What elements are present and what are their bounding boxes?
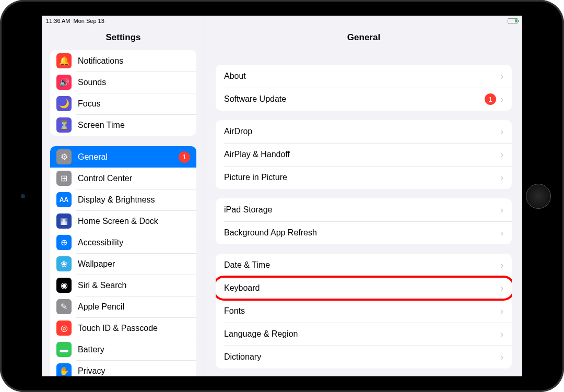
chevron-right-icon: › <box>500 71 503 82</box>
focus-icon: 🌙 <box>56 96 72 111</box>
sidebar-item-home-screen-dock[interactable]: ▦Home Screen & Dock <box>50 210 196 232</box>
camera-dot <box>21 194 25 198</box>
sidebar-item-privacy[interactable]: ✋Privacy <box>50 360 196 376</box>
touch-id-passcode-icon: ◎ <box>56 320 72 336</box>
sidebar-item-label: Apple Pencil <box>78 302 190 312</box>
detail-item-picture-in-picture[interactable]: Picture in Picture› <box>216 166 512 189</box>
sidebar-item-label: Battery <box>78 345 190 354</box>
sidebar-item-display-brightness[interactable]: AADisplay & Brightness <box>50 189 196 210</box>
sidebar-item-focus[interactable]: 🌙Focus <box>50 93 196 114</box>
detail-item-airdrop[interactable]: AirDrop› <box>216 120 512 143</box>
chevron-right-icon: › <box>500 283 503 294</box>
detail-item-label: AirDrop <box>224 127 496 136</box>
detail-item-dictionary[interactable]: Dictionary› <box>216 346 512 369</box>
sidebar-item-label: Privacy <box>78 366 190 376</box>
detail-item-label: Fonts <box>224 306 496 316</box>
badge: 1 <box>179 151 190 163</box>
detail-item-label: iPad Storage <box>224 205 496 215</box>
battery-icon <box>508 18 518 23</box>
detail-item-label: Date & Time <box>224 260 496 270</box>
sidebar-item-control-center[interactable]: ⊞Control Center <box>50 168 196 189</box>
home-screen-dock-icon: ▦ <box>56 213 72 229</box>
screen-time-icon: ⏳ <box>56 117 72 133</box>
sidebar-item-label: Sounds <box>78 78 190 87</box>
display-brightness-icon: AA <box>56 192 72 207</box>
siri-search-icon: ◉ <box>56 278 72 293</box>
detail-item-label: AirPlay & Handoff <box>224 150 496 159</box>
detail-panel: General About›Software Update1› AirDrop›… <box>205 16 522 376</box>
detail-item-ipad-storage[interactable]: iPad Storage› <box>216 198 512 221</box>
sidebar-item-screen-time[interactable]: ⏳Screen Time <box>50 114 196 136</box>
sidebar-item-label: General <box>78 152 179 162</box>
chevron-right-icon: › <box>500 149 503 160</box>
wallpaper-icon: ❀ <box>56 256 72 271</box>
sidebar-item-label: Siri & Search <box>78 281 190 290</box>
sidebar-item-label: Focus <box>78 99 190 109</box>
home-button[interactable] <box>526 184 551 209</box>
screen: 11:36 AM Mon Sep 13 Settings 🔔Notificati… <box>42 16 522 376</box>
chevron-right-icon: › <box>500 205 503 216</box>
detail-item-label: Keyboard <box>224 283 496 293</box>
battery-icon: ▬ <box>56 342 72 357</box>
detail-item-label: Software Update <box>224 94 485 104</box>
status-bar: 11:36 AM Mon Sep 13 <box>42 16 522 26</box>
status-date: Mon Sep 13 <box>73 18 104 24</box>
sidebar-item-label: Home Screen & Dock <box>78 217 190 226</box>
sidebar-item-siri-search[interactable]: ◉Siri & Search <box>50 275 196 296</box>
sidebar-item-label: Display & Brightness <box>78 195 190 205</box>
sidebar-item-label: Accessibility <box>78 238 190 247</box>
detail-item-label: About <box>224 72 496 81</box>
sidebar-item-apple-pencil[interactable]: ✎Apple Pencil <box>50 296 196 317</box>
detail-item-label: Language & Region <box>224 329 496 339</box>
sidebar-item-accessibility[interactable]: ⊕Accessibility <box>50 232 196 253</box>
chevron-right-icon: › <box>500 94 503 105</box>
sidebar-title: Settings <box>42 27 205 50</box>
detail-item-language-region[interactable]: Language & Region› <box>216 323 512 346</box>
chevron-right-icon: › <box>500 352 503 363</box>
sidebar-group-2: ⚙General1⊞Control CenterAADisplay & Brig… <box>50 146 196 376</box>
sidebar-item-label: Screen Time <box>78 121 190 130</box>
notifications-icon: 🔔 <box>56 53 72 68</box>
detail-item-label: Background App Refresh <box>224 228 496 237</box>
detail-item-airplay-handoff[interactable]: AirPlay & Handoff› <box>216 143 512 166</box>
detail-item-background-app-refresh[interactable]: Background App Refresh› <box>216 221 512 244</box>
detail-item-fonts[interactable]: Fonts› <box>216 300 512 323</box>
sidebar-item-label: Notifications <box>78 56 190 66</box>
detail-scroll[interactable]: About›Software Update1› AirDrop›AirPlay … <box>205 50 522 376</box>
detail-item-label: Dictionary <box>224 352 496 362</box>
detail-group-4: Date & Time›Keyboard›Fonts›Language & Re… <box>216 254 512 369</box>
chevron-right-icon: › <box>500 306 503 317</box>
privacy-icon: ✋ <box>56 363 72 376</box>
status-time: 11:36 AM <box>46 18 70 24</box>
sidebar-item-label: Control Center <box>78 174 190 183</box>
sidebar-item-sounds[interactable]: 🔊Sounds <box>50 72 196 93</box>
settings-sidebar: Settings 🔔Notifications🔊Sounds🌙Focus⏳Scr… <box>42 16 205 376</box>
sidebar-item-touch-id-passcode[interactable]: ◎Touch ID & Passcode <box>50 317 196 339</box>
detail-item-about[interactable]: About› <box>216 65 512 88</box>
sidebar-item-label: Touch ID & Passcode <box>78 324 190 333</box>
detail-item-software-update[interactable]: Software Update1› <box>216 88 512 111</box>
sidebar-item-battery[interactable]: ▬Battery <box>50 339 196 360</box>
sidebar-item-notifications[interactable]: 🔔Notifications <box>50 50 196 72</box>
general-icon: ⚙ <box>56 149 72 164</box>
chevron-right-icon: › <box>500 228 503 239</box>
sidebar-scroll[interactable]: 🔔Notifications🔊Sounds🌙Focus⏳Screen Time … <box>42 50 205 376</box>
detail-group-2: AirDrop›AirPlay & Handoff›Picture in Pic… <box>216 120 512 189</box>
chevron-right-icon: › <box>500 126 503 137</box>
ipad-frame: 11:36 AM Mon Sep 13 Settings 🔔Notificati… <box>0 0 564 392</box>
detail-title: General <box>205 27 522 50</box>
detail-group-1: About›Software Update1› <box>216 65 512 111</box>
sidebar-item-label: Wallpaper <box>78 259 190 269</box>
badge: 1 <box>485 93 496 105</box>
apple-pencil-icon: ✎ <box>56 299 72 314</box>
detail-item-label: Picture in Picture <box>224 173 496 182</box>
sidebar-item-general[interactable]: ⚙General1 <box>50 146 196 168</box>
chevron-right-icon: › <box>500 260 503 271</box>
detail-item-keyboard[interactable]: Keyboard› <box>216 277 512 300</box>
detail-item-date-time[interactable]: Date & Time› <box>216 254 512 277</box>
sidebar-item-wallpaper[interactable]: ❀Wallpaper <box>50 253 196 275</box>
control-center-icon: ⊞ <box>56 171 72 186</box>
accessibility-icon: ⊕ <box>56 235 72 250</box>
chevron-right-icon: › <box>500 329 503 340</box>
detail-group-3: iPad Storage›Background App Refresh› <box>216 198 512 244</box>
